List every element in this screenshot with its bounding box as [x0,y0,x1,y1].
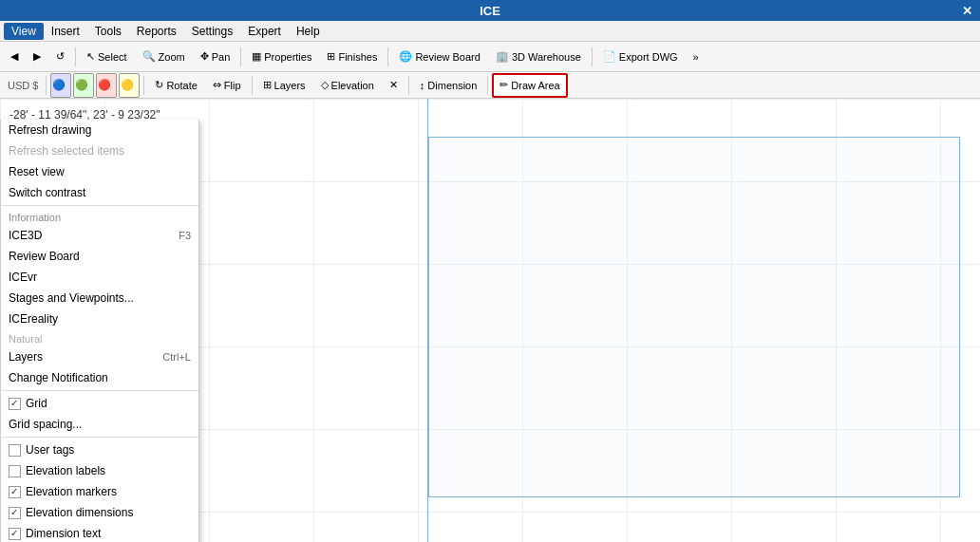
menu-grid-spacing[interactable]: Grid spacing... [1,414,198,435]
menu-elevation-markers[interactable]: Elevation markers [1,481,198,502]
sep-t2-3 [252,76,253,95]
menu-bar: View Insert Tools Reports Settings Exper… [0,21,980,42]
sep-t2-2 [143,76,144,95]
sep-t2-1 [46,76,47,95]
menu-refresh-selected[interactable]: Refresh selected items [1,140,198,161]
divider-1 [1,205,198,206]
menu-ice3d-shortcut: F3 [179,230,191,241]
menu-refresh-drawing-label: Refresh drawing [9,123,91,137]
elevation-dimensions-checkbox[interactable] [9,507,21,519]
menu-stages-viewpoints[interactable]: Stages and Viewpoints... [1,288,198,308]
menu-view[interactable]: View [4,23,44,40]
separator-4 [592,47,593,66]
export-dwg-button[interactable]: 📄 Export DWG [596,45,685,69]
grid-checkbox[interactable] [9,398,21,410]
warehouse-icon: 🏢 [496,50,509,63]
view-dropdown-menu: Refresh drawing Refresh selected items R… [0,120,199,542]
warehouse-button[interactable]: 🏢 3D Warehouse [489,45,588,69]
dimension-button[interactable]: ↕ Dimension [413,73,483,98]
menu-reset-view-label: Reset view [9,165,65,178]
properties-icon: ▦ [252,50,261,63]
elevation-button[interactable]: ◇ Elevation [314,73,381,98]
layers-button[interactable]: ⊞ Layers [256,73,312,98]
menu-expert[interactable]: Expert [240,23,289,40]
layers-label: Layers [274,80,306,91]
menu-dimension-text-label: Dimension text [26,527,101,540]
menu-reports[interactable]: Reports [129,23,184,40]
menu-reset-view[interactable]: Reset view [1,161,198,182]
properties-button[interactable]: ▦ Properties [245,45,318,69]
menu-grid[interactable]: Grid [1,393,198,414]
info-section-label: Information [1,208,198,225]
dimension-icon: ↕ [420,80,425,91]
menu-switch-contrast-label: Switch contrast [9,186,85,199]
zoom-button[interactable]: 🔍 Zoom [136,45,192,69]
back-icon: ◀ [10,50,18,63]
close-btn[interactable]: ✕ [962,4,972,18]
separator-2 [240,47,241,66]
icon-btn-1[interactable]: 🔵 [50,73,71,98]
menu-elevation-dimensions[interactable]: Elevation dimensions [1,502,198,523]
main-layout: Refresh drawing Refresh selected items R… [0,99,980,542]
icon-btn-3[interactable]: 🔴 [96,73,117,98]
draw-area-icon: ✏ [499,79,508,91]
menu-icevr[interactable]: ICEvr [1,267,198,288]
rotate-button[interactable]: ↻ Rotate [148,73,203,98]
menu-refresh-drawing[interactable]: Refresh drawing [1,120,198,140]
properties-label: Properties [264,51,311,63]
flip-label: Flip [224,80,241,91]
separator-3 [387,47,388,66]
forward-button[interactable]: ▶ [27,45,47,69]
rotate-icon: ↻ [155,79,163,91]
cross-icon: ✕ [389,79,398,91]
menu-settings[interactable]: Settings [184,23,240,40]
menu-switch-contrast[interactable]: Switch contrast [1,182,198,203]
export-icon: 📄 [603,50,616,63]
toolbar-1: ◀ ▶ ↺ ↖ Select 🔍 Zoom ✥ Pan ▦ Properties… [0,42,980,72]
globe-icon: 🟢 [75,79,88,91]
elevation-markers-checkbox[interactable] [9,486,21,498]
menu-dimension-text[interactable]: Dimension text [1,523,198,542]
menu-layers[interactable]: Layers Ctrl+L [1,346,198,367]
dimension-text-checkbox[interactable] [9,528,21,540]
menu-ice3d[interactable]: ICE3D F3 [1,225,198,246]
review-board-button[interactable]: 🌐 Review Board [392,45,486,69]
refresh-button[interactable]: ↺ [49,45,71,69]
flag-icon: 🔵 [52,79,66,91]
menu-elevation-labels[interactable]: Elevation labels [1,460,198,481]
menu-layers-shortcut: Ctrl+L [162,351,191,363]
user-tags-checkbox[interactable] [9,444,21,457]
more-icon: » [693,51,699,63]
back-button[interactable]: ◀ [4,45,25,69]
menu-insert[interactable]: Insert [44,23,87,40]
pan-button[interactable]: ✥ Pan [194,45,237,69]
menu-tools[interactable]: Tools [87,23,129,40]
finishes-button[interactable]: ⊞ Finishes [320,45,384,69]
menu-review-board[interactable]: Review Board [1,246,198,267]
toolbar-2: USD $ 🔵 🟢 🔴 🟡 ↻ Rotate ⇔ Flip ⊞ Layers ◇… [0,72,980,99]
menu-icereality[interactable]: ICEreality [1,308,198,329]
menu-grid-spacing-label: Grid spacing... [9,418,82,431]
icon-btn-2[interactable]: 🟢 [73,73,94,98]
divider-2 [1,390,198,391]
menu-user-tags[interactable]: User tags [1,439,198,460]
menu-help[interactable]: Help [289,23,328,40]
menu-change-notification[interactable]: Change Notification [1,367,198,388]
elevation-icon: ◇ [321,79,329,91]
menu-stages-label: Stages and Viewpoints... [9,291,134,305]
select-button[interactable]: ↖ Select [80,45,134,69]
draw-area-label: Draw Area [511,80,559,91]
sep-t2-5 [487,76,488,95]
flip-button[interactable]: ⇔ Flip [206,73,248,98]
pan-label: Pan [212,51,231,63]
currency-label: USD $ [4,80,42,91]
draw-area-button[interactable]: ✏ Draw Area [492,73,567,98]
elevation-labels-checkbox[interactable] [9,465,21,477]
menu-grid-label: Grid [26,397,47,410]
export-label: Export DWG [619,51,678,63]
flip-icon: ⇔ [213,79,221,91]
cross-button[interactable]: ✕ [383,73,405,98]
more-button[interactable]: » [687,45,706,69]
elevation-label: Elevation [331,80,374,91]
icon-btn-4[interactable]: 🟡 [119,73,140,98]
